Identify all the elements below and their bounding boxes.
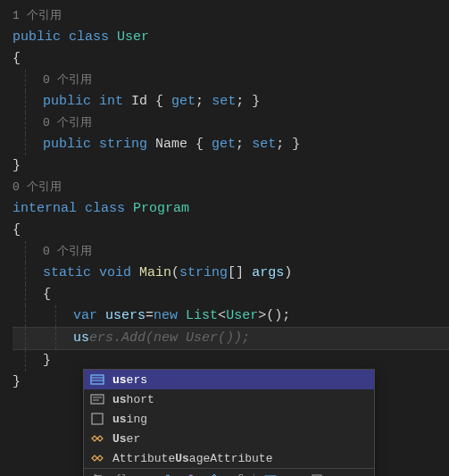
current-code-line[interactable]: users.Add(new User());	[12, 327, 449, 350]
intellisense-label: using	[112, 413, 147, 426]
code-line: }	[12, 155, 449, 177]
code-line: public int Id { get; set; }	[12, 91, 449, 113]
intellisense-item[interactable]: ushort	[84, 389, 374, 409]
codelens-ref[interactable]: 0 个引用	[12, 177, 449, 198]
code-line: {	[12, 284, 449, 305]
code-line: 0 个引用	[12, 70, 449, 91]
intellisense-item[interactable]: users	[84, 370, 374, 389]
intellisense-label: AttributeUsageAttribute	[112, 452, 272, 465]
class-icon	[89, 451, 105, 465]
filter-constant-icon[interactable]	[287, 472, 301, 476]
filter-local-icon[interactable]	[263, 472, 278, 476]
codelens-ref[interactable]: 1 个引用	[12, 5, 449, 27]
filter-method-icon[interactable]	[184, 472, 198, 476]
intellisense-item[interactable]: using	[84, 409, 374, 429]
intellisense-label: User	[112, 432, 140, 446]
code-line: {	[12, 220, 449, 241]
svg-rect-0	[91, 375, 104, 384]
intellisense-label: ushort	[112, 393, 154, 406]
code-line: 0 个引用	[12, 241, 449, 263]
code-line: internal class Program	[12, 198, 449, 220]
svg-rect-6	[92, 413, 103, 424]
filter-keyword-icon[interactable]	[310, 472, 324, 476]
code-editor[interactable]: 1 个引用 public class User { 0 个引用 public i…	[0, 0, 449, 393]
code-line: 0 个引用	[12, 113, 449, 134]
svg-rect-3	[91, 395, 104, 404]
filter-property-icon[interactable]	[230, 472, 245, 476]
code-line: static void Main(string[] args)	[12, 263, 449, 284]
local-variable-icon	[89, 372, 105, 387]
filter-class-icon[interactable]	[137, 472, 152, 476]
filter-field-icon[interactable]	[207, 472, 221, 476]
intellisense-popup[interactable]: users ushort using User AttributeUsageAt…	[83, 369, 375, 476]
keyword-icon	[89, 392, 105, 406]
intellisense-toolbar: {}	[84, 468, 374, 476]
intellisense-item[interactable]: User	[84, 429, 374, 448]
code-line: var users=new List<User>();	[12, 305, 449, 327]
intellisense-label: users	[112, 373, 147, 387]
filter-target-icon[interactable]	[91, 472, 105, 476]
filter-namespace-icon[interactable]: {}	[114, 472, 129, 476]
filter-interface-icon[interactable]	[161, 472, 175, 476]
ghost-text: ers.Add(new User());	[89, 330, 250, 346]
intellisense-item[interactable]: AttributeUsageAttribute	[84, 448, 374, 468]
keyword-icon	[89, 412, 105, 426]
code-line: {	[12, 48, 449, 70]
code-line: public class User	[12, 27, 449, 48]
class-icon	[89, 431, 105, 446]
code-line: public string Name { get; set; }	[12, 134, 449, 155]
